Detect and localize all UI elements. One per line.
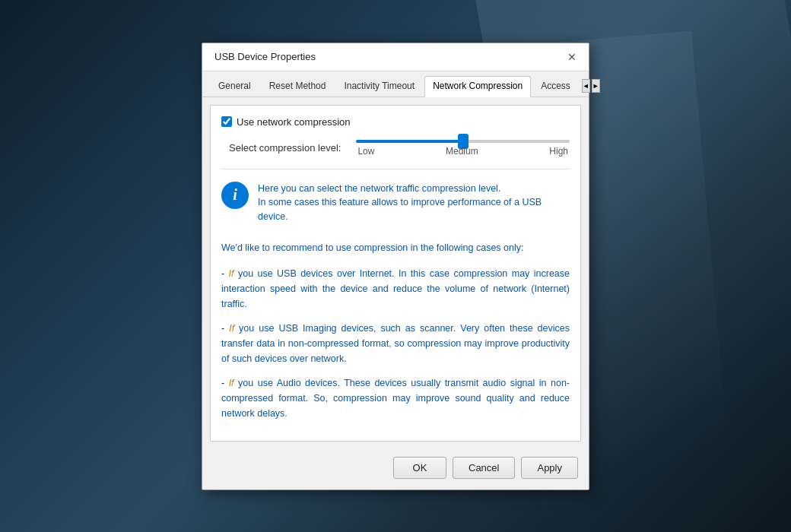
use-compression-row: Use network compression — [221, 116, 570, 128]
divider-1 — [221, 169, 570, 169]
info-text-line2: In some cases this feature allows to imp… — [258, 197, 542, 222]
slider-label: Select compression level: — [229, 142, 341, 154]
cancel-button[interactable]: Cancel — [453, 457, 515, 479]
use-compression-label: Use network compression — [237, 116, 351, 128]
slider-high-label: High — [549, 146, 568, 157]
apply-button[interactable]: Apply — [521, 457, 578, 479]
tab-network-compression[interactable]: Network Compression — [424, 76, 531, 97]
slider-labels: Low Medium High — [356, 146, 570, 157]
tab-inactivity-timeout[interactable]: Inactivity Timeout — [335, 76, 423, 97]
info-text-line1: Here you can select the network traffic … — [258, 183, 500, 194]
use-compression-checkbox[interactable] — [221, 116, 232, 127]
info-box: i Here you can select the network traffi… — [221, 177, 570, 229]
use-case-3: - If you use Audio devices. These device… — [221, 375, 570, 421]
tab-reset-method[interactable]: Reset Method — [261, 76, 335, 97]
tabs-container: General Reset Method Inactivity Timeout … — [202, 71, 589, 97]
info-text: Here you can select the network traffic … — [258, 182, 570, 224]
info-icon: i — [221, 182, 249, 209]
dialog-titlebar: USB Device Properties ✕ — [202, 43, 589, 71]
ok-button[interactable]: OK — [393, 457, 446, 479]
use-case-1: - If you use USB devices over Internet. … — [221, 266, 570, 312]
slider-container: Low Medium High — [356, 140, 570, 157]
slider-low-label: Low — [357, 146, 374, 157]
dialog-content: Use network compression Select compressi… — [210, 105, 581, 442]
dialog-footer: OK Cancel Apply — [202, 449, 589, 489]
slider-medium-label: Medium — [446, 146, 478, 157]
tab-next-button[interactable]: ► — [592, 79, 600, 93]
dialog-title: USB Device Properties — [214, 51, 316, 62]
compression-level-section: Select compression level: Low Medium Hig… — [221, 140, 570, 157]
tab-general[interactable]: General — [210, 76, 259, 97]
close-button[interactable]: ✕ — [564, 49, 580, 65]
tab-access[interactable]: Access — [532, 76, 579, 97]
usb-device-properties-dialog: USB Device Properties ✕ General Reset Me… — [202, 43, 589, 490]
recommendation-text: We'd like to recommend to use compressio… — [221, 241, 570, 255]
tab-prev-button[interactable]: ◄ — [582, 79, 590, 93]
compression-slider[interactable] — [356, 140, 570, 143]
use-case-2: - If you use USB Imaging devices, such a… — [221, 321, 570, 366]
